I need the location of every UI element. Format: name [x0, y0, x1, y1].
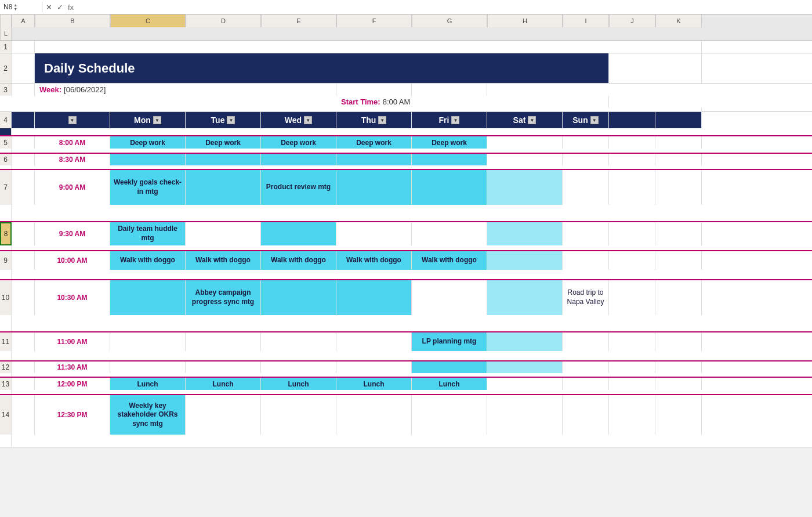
- col-header-sun[interactable]: Sun ▼: [563, 112, 609, 128]
- blank-col-dropdown[interactable]: ▼: [68, 116, 77, 124]
- cell-13-wed[interactable]: Lunch: [261, 378, 336, 390]
- thu-dropdown[interactable]: ▼: [378, 116, 386, 124]
- cell-12-fri[interactable]: [412, 361, 487, 373]
- cell-10-mon[interactable]: [110, 280, 186, 315]
- cell-8-tue[interactable]: [186, 222, 261, 245]
- cell-14-mon[interactable]: Weekly key stakeholder OKRs sync mtg: [110, 395, 186, 435]
- cell-11-mon[interactable]: [110, 332, 186, 351]
- cell-13-sat[interactable]: [487, 378, 563, 390]
- sat-dropdown[interactable]: ▼: [528, 116, 536, 124]
- tue-dropdown[interactable]: ▼: [227, 116, 235, 124]
- cell-9-mon[interactable]: Walk with doggo: [110, 251, 186, 270]
- cell-6-fri[interactable]: [412, 154, 487, 165]
- cell-9-fri[interactable]: Walk with doggo: [412, 251, 487, 270]
- cell-12-wed[interactable]: [261, 361, 336, 373]
- cell-13-thu[interactable]: Lunch: [336, 378, 412, 390]
- cell-10-thu[interactable]: [336, 280, 412, 315]
- wed-dropdown[interactable]: ▼: [304, 116, 312, 124]
- cell-13-tue[interactable]: Lunch: [186, 378, 261, 390]
- cell-6-sun[interactable]: [563, 154, 609, 165]
- cell-8-fri[interactable]: [412, 222, 487, 245]
- cell-10-sat[interactable]: [487, 280, 563, 315]
- cell-5-wed[interactable]: Deep work: [261, 136, 336, 149]
- cell-8-mon[interactable]: Daily team huddle mtg: [110, 222, 186, 245]
- cell-10-wed[interactable]: [261, 280, 336, 315]
- col-header-A[interactable]: A: [12, 15, 35, 27]
- cell-7-mon[interactable]: Weekly goals check-in mtg: [110, 170, 186, 205]
- cell-8-sat[interactable]: [487, 222, 563, 245]
- cell-5-mon[interactable]: Deep work: [110, 136, 186, 149]
- cell-11-sat[interactable]: [487, 332, 563, 351]
- cell-5-tue[interactable]: Deep work: [186, 136, 261, 149]
- cell-5-fri[interactable]: Deep work: [412, 136, 487, 149]
- cell-6-sat[interactable]: [487, 154, 563, 165]
- cell-11-wed[interactable]: [261, 332, 336, 351]
- col-header-E[interactable]: E: [261, 15, 336, 27]
- col-header-H[interactable]: H: [487, 15, 563, 27]
- cell-14-sat[interactable]: [487, 395, 563, 435]
- col-header-L[interactable]: L: [0, 27, 12, 40]
- cell-1-A[interactable]: [12, 41, 35, 53]
- col-header-thu[interactable]: Thu ▼: [336, 112, 412, 128]
- cell-11-tue[interactable]: [186, 332, 261, 351]
- col-header-J[interactable]: J: [609, 15, 655, 27]
- confirm-icon[interactable]: ✓: [57, 3, 63, 12]
- col-header-F[interactable]: F: [336, 15, 412, 27]
- cell-6-thu[interactable]: [336, 154, 412, 165]
- cell-9-wed[interactable]: Walk with doggo: [261, 251, 336, 270]
- cell-5-sun[interactable]: [563, 136, 609, 149]
- cell-11-sun[interactable]: [563, 332, 609, 351]
- cell-7-wed[interactable]: Product review mtg: [261, 170, 336, 205]
- col-header-mon[interactable]: Mon ▼: [110, 112, 186, 128]
- cell-8-thu[interactable]: [336, 222, 412, 245]
- mon-dropdown[interactable]: ▼: [153, 116, 161, 124]
- cell-7-thu[interactable]: [336, 170, 412, 205]
- cell-7-tue[interactable]: [186, 170, 261, 205]
- cell-9-thu[interactable]: Walk with doggo: [336, 251, 412, 270]
- col-header-fri[interactable]: Fri ▼: [412, 112, 487, 128]
- col-header-wed[interactable]: Wed ▼: [261, 112, 336, 128]
- cell-13-fri[interactable]: Lunch: [412, 378, 487, 390]
- cell-7-sat[interactable]: [487, 170, 563, 205]
- cell-7-sun[interactable]: [563, 170, 609, 205]
- cell-13-sun[interactable]: [563, 378, 609, 390]
- cell-14-thu[interactable]: [336, 395, 412, 435]
- sun-dropdown[interactable]: ▼: [590, 116, 599, 124]
- col-header-sat[interactable]: Sat ▼: [487, 112, 563, 128]
- cell-7-fri[interactable]: [412, 170, 487, 205]
- cell-reference[interactable]: N8 ▲ ▼: [3, 3, 38, 11]
- cell-9-sat[interactable]: [487, 251, 563, 270]
- cell-12-sun[interactable]: [563, 361, 609, 373]
- cell-8-wed[interactable]: [261, 222, 336, 245]
- cell-10-sun[interactable]: Road trip to Napa Valley: [563, 280, 609, 315]
- cell-2-A[interactable]: [12, 53, 35, 83]
- cell-9-tue[interactable]: Walk with doggo: [186, 251, 261, 270]
- cell-5-thu[interactable]: Deep work: [336, 136, 412, 149]
- cell-6-mon[interactable]: [110, 154, 186, 165]
- formula-icons[interactable]: ✕ ✓ fx: [46, 3, 74, 12]
- cell-10-fri[interactable]: [412, 280, 487, 315]
- cell-11-thu[interactable]: [336, 332, 412, 351]
- col-header-D[interactable]: D: [186, 15, 261, 27]
- col-header-tue[interactable]: Tue ▼: [186, 112, 261, 128]
- cell-14-tue[interactable]: [186, 395, 261, 435]
- col-header-C[interactable]: C: [110, 15, 186, 27]
- cell-5-sat[interactable]: [487, 136, 563, 149]
- cancel-icon[interactable]: ✕: [46, 3, 52, 12]
- cell-12-thu[interactable]: [336, 361, 412, 373]
- fx-icon[interactable]: fx: [68, 3, 74, 12]
- cell-14-fri[interactable]: [412, 395, 487, 435]
- cell-6-tue[interactable]: [186, 154, 261, 165]
- cell-12-tue[interactable]: [186, 361, 261, 373]
- col-header-I[interactable]: I: [563, 15, 609, 27]
- col-header-G[interactable]: G: [412, 15, 487, 27]
- cell-14-sun[interactable]: [563, 395, 609, 435]
- cell-8-sun[interactable]: [563, 222, 609, 245]
- cell-6-wed[interactable]: [261, 154, 336, 165]
- fri-dropdown[interactable]: ▼: [451, 116, 459, 124]
- cell-10-tue[interactable]: Abbey campaign progress sync mtg: [186, 280, 261, 315]
- cell-13-mon[interactable]: Lunch: [110, 378, 186, 390]
- cell-12-sat[interactable]: [487, 361, 563, 373]
- col-header-B[interactable]: B: [35, 15, 110, 27]
- cell-14-wed[interactable]: [261, 395, 336, 435]
